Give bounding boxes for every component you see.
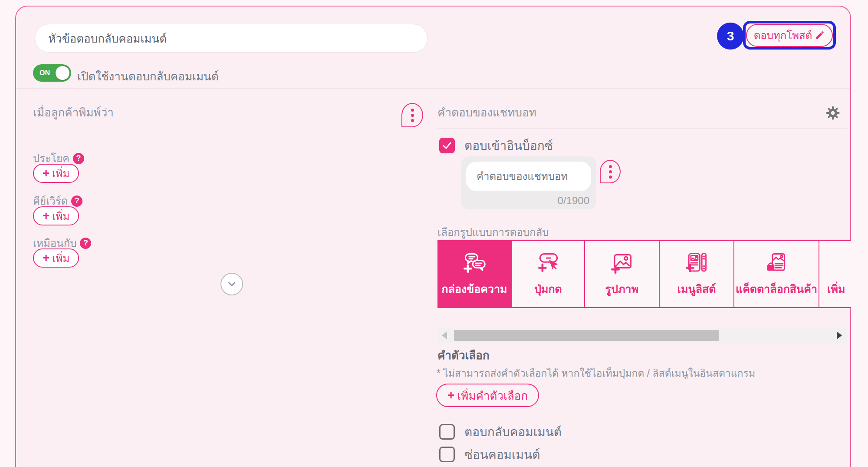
chatbot-answer-input[interactable] [466, 162, 591, 191]
trigger-panel-divider [22, 284, 407, 284]
tab-product-catalog[interactable]: แค็ตตาล็อกสินค้า [734, 241, 819, 307]
reply-all-posts-button[interactable]: ตอบทุกโพสต์ [746, 24, 833, 47]
gear-icon[interactable] [825, 106, 840, 120]
plus-icon [43, 167, 49, 179]
chat-bubbles-plus-icon [461, 251, 487, 277]
tab-label: กล่องข้อความ [441, 280, 507, 298]
tab-more[interactable]: เพิ่ม [819, 241, 851, 307]
reply-topic-input[interactable] [35, 24, 427, 53]
inbox-checkbox-label: ตอบเข้าอินบ็อกซ์ [464, 136, 553, 155]
enable-toggle-label: เปิดใช้งานตอบกลับคอมเมนต์ [77, 67, 219, 85]
tab-image[interactable]: รูปภาพ [585, 241, 660, 307]
scroll-right-icon[interactable] [837, 331, 842, 339]
chatbot-answer-composer: 0/1900 [461, 156, 596, 209]
reply-all-posts-label: ตอบทุกโพสต์ [754, 27, 812, 44]
question-icon[interactable] [71, 195, 82, 207]
chevron-down-icon[interactable] [220, 273, 243, 295]
inbox-checkbox[interactable] [439, 138, 455, 153]
add-option-label: เพิ่มคำตัวเลือก [457, 387, 528, 404]
hide-comment-label: ซ่อนคอมเมนต์ [464, 445, 540, 464]
tab-label: เพิ่ม [827, 280, 845, 298]
inbox-reply-row: ตอบเข้าอินบ็อกซ์ [439, 136, 553, 155]
reply-comment-checkbox[interactable] [439, 424, 455, 440]
kebab-bubble-icon[interactable] [600, 160, 621, 183]
add-sentence-button[interactable]: เพิ่ม [33, 164, 79, 183]
tab-label: เมนูลิสต์ [677, 280, 716, 298]
tab-label: รูปภาพ [605, 280, 638, 298]
tab-message-box[interactable]: กล่องข้อความ [437, 241, 512, 307]
pencil-icon [815, 30, 825, 40]
add-label: เพิ่ม [52, 208, 69, 225]
annotation-highlight-box: ตอบทุกโพสต์ [743, 21, 836, 50]
tabstrip-scrollbar[interactable] [437, 328, 847, 343]
menu-list-plus-icon [684, 251, 710, 277]
hide-comment-checkbox[interactable] [439, 447, 455, 462]
reply-comment-row: ตอบกลับคอมเมนต์ [439, 422, 562, 441]
add-keyword-button[interactable]: เพิ่ม [33, 206, 79, 225]
reply-comment-label: ตอบกลับคอมเมนต์ [464, 422, 562, 441]
add-label: เพิ่ม [52, 250, 69, 267]
kebab-bubble-icon[interactable] [401, 103, 423, 127]
tab-button[interactable]: ปุ่มกด [512, 241, 585, 307]
options-divider [437, 415, 847, 415]
response-panel-title: คำตอบของแชทบอท [437, 103, 536, 121]
hide-comment-row: ซ่อนคอมเมนต์ [439, 445, 540, 464]
reply-format-tabstrip: กล่องข้อความ ปุ่มกด รูปภาพ [437, 240, 851, 308]
plus-icon [447, 389, 454, 401]
scrollbar-thumb[interactable] [454, 330, 719, 341]
toggle-knob[interactable] [56, 66, 69, 80]
char-counter: 0/1900 [558, 195, 589, 207]
annotation-step-badge: 3 [717, 23, 744, 50]
plus-icon [43, 252, 49, 264]
button-cursor-plus-icon [535, 251, 561, 277]
tab-label: ปุ่มกด [534, 280, 562, 298]
check-icon [442, 140, 452, 151]
question-icon[interactable] [80, 238, 91, 249]
comment-reply-settings-card: 3 ตอบทุกโพสต์ ON เปิดใช้งานตอบกลับคอมเมน… [15, 6, 851, 467]
tab-label: แค็ตตาล็อกสินค้า [736, 280, 817, 298]
comment-rows-divider [437, 440, 847, 440]
image-plus-icon [609, 251, 635, 277]
format-section-label: เลือกรูปแบบการตอบกลับ [437, 224, 549, 241]
response-header-divider [437, 128, 847, 129]
trigger-panel-title: เมื่อลูกค้าพิมพ์ว่า [33, 103, 114, 121]
enable-comment-reply-toggle[interactable]: ON [33, 64, 71, 82]
toggle-on-label: ON [39, 69, 50, 77]
plus-icon [43, 210, 49, 222]
scroll-left-icon[interactable] [442, 331, 447, 339]
add-option-button[interactable]: เพิ่มคำตัวเลือก [436, 384, 539, 407]
header-divider [16, 88, 850, 89]
add-similar-button[interactable]: เพิ่ม [33, 248, 79, 268]
product-catalog-icon [763, 251, 789, 277]
options-section-note: * ไม่สามารถส่งคำตัวเลือกได้ หากใช้ไอเท็ม… [437, 365, 755, 381]
options-section-title: คำตัวเลือก [437, 346, 490, 364]
chevron-glyph [226, 278, 237, 290]
question-icon[interactable] [73, 153, 84, 164]
add-label: เพิ่ม [52, 165, 69, 182]
tab-menu-list[interactable]: เมนูลิสต์ [660, 241, 734, 307]
